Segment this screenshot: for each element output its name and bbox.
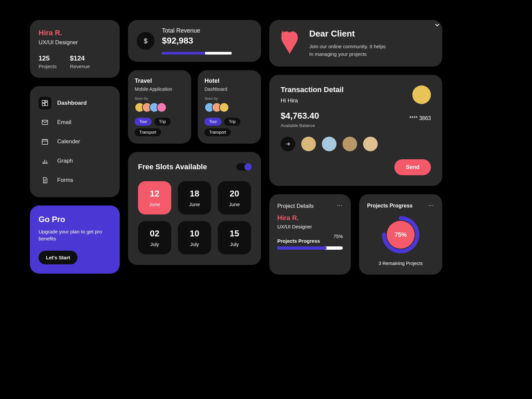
tag-tour[interactable]: Tour xyxy=(204,118,221,126)
transaction-card: Transaction Detail Hi Hira $4,763.40 Ava… xyxy=(269,75,442,186)
progress-ring: 75% xyxy=(381,215,421,255)
avatar xyxy=(157,102,167,112)
tag-trip[interactable]: Trip xyxy=(224,118,240,126)
transaction-amount: $4,763.40 xyxy=(281,111,431,121)
transaction-title: Transaction Detail xyxy=(281,85,431,94)
slot-item[interactable]: 02July xyxy=(138,221,171,254)
progress-bar xyxy=(277,246,343,250)
dollar-icon: $ xyxy=(137,32,155,50)
gopro-cta-button[interactable]: Let's Start xyxy=(39,251,77,264)
more-icon[interactable]: ⋮ xyxy=(336,203,343,209)
contact-avatar[interactable] xyxy=(322,137,336,151)
gopro-title: Go Pro xyxy=(39,215,111,224)
notice-card[interactable]: Dear Client Join our online community. I… xyxy=(269,20,442,66)
revenue-progress xyxy=(162,52,232,55)
profile-name: Hira R. xyxy=(39,29,111,37)
nav-item-dashboard[interactable]: Dashboard xyxy=(36,93,114,113)
nav-card: Dashboard Email Calender Graph Forms xyxy=(30,86,120,197)
nav-item-graph[interactable]: Graph xyxy=(36,151,114,171)
notice-title: Dear Client xyxy=(309,29,434,39)
send-button[interactable]: Send xyxy=(394,159,431,175)
slot-item[interactable]: 12June xyxy=(138,181,171,214)
card-mask: **** 3863 xyxy=(409,115,431,121)
transaction-greeting: Hi Hira xyxy=(281,97,431,104)
tag-transport[interactable]: Transport xyxy=(135,128,161,136)
slot-item[interactable]: 10July xyxy=(178,221,211,254)
mini-card-hotel[interactable]: Hotel Dashboard Seen by Tour Trip Transp… xyxy=(198,70,261,144)
project-details-card: ⋮ Project Details Hira R. UX/UI Designer… xyxy=(269,194,351,275)
slots-toggle[interactable] xyxy=(236,163,251,171)
contact-avatar[interactable] xyxy=(301,137,316,151)
gopro-subtitle: Upgrade your plan to get pro benefits xyxy=(39,228,111,242)
avatar xyxy=(219,102,229,112)
profile-card: Hira R. UX/UI Designer 125 Projects $124… xyxy=(30,20,120,78)
contact-avatar[interactable] xyxy=(363,137,378,151)
seen-avatars xyxy=(135,102,185,112)
nav-item-forms[interactable]: Forms xyxy=(36,171,114,190)
tag-tour[interactable]: Tour xyxy=(135,118,152,126)
mail-icon xyxy=(41,119,49,126)
stat-revenue: $124 Revenue xyxy=(70,55,90,69)
gopro-card: Go Pro Upgrade your plan to get pro bene… xyxy=(30,205,120,274)
slots-title: Free Slots Available xyxy=(138,163,207,171)
user-avatar[interactable] xyxy=(412,85,431,104)
revenue-card: $ Total Revenue $92,983 xyxy=(128,20,261,62)
nav-item-calendar[interactable]: Calender xyxy=(36,132,114,151)
chevron-down-icon[interactable] xyxy=(434,21,441,29)
slots-card: Free Slots Available 12June 18June 20Jun… xyxy=(128,152,261,265)
slot-item[interactable]: 20June xyxy=(218,181,251,214)
project-progress-card: ⋮ Projects Progress 75% 3 Remaining Proj… xyxy=(359,194,442,275)
dashboard-icon xyxy=(41,99,49,107)
transaction-amount-label: Available Balance xyxy=(281,123,431,128)
svg-rect-2 xyxy=(45,102,48,106)
revenue-label: Total Revenue xyxy=(162,27,232,34)
mini-card-travel[interactable]: Travel Mobile Application Seen by Tour T… xyxy=(128,70,191,144)
stat-projects: 125 Projects xyxy=(39,55,57,69)
heart-icon xyxy=(278,29,301,56)
svg-rect-3 xyxy=(42,103,45,106)
tag-trip[interactable]: Trip xyxy=(154,118,170,126)
next-arrow-button[interactable] xyxy=(281,137,295,151)
contact-avatar[interactable] xyxy=(342,137,357,151)
forms-icon xyxy=(41,177,49,184)
profile-role: UX/UI Designer xyxy=(39,39,111,46)
svg-rect-1 xyxy=(45,100,48,102)
revenue-value: $92,983 xyxy=(162,36,232,46)
calendar-icon xyxy=(41,138,49,145)
slot-item[interactable]: 15July xyxy=(218,221,251,254)
nav-item-email[interactable]: Email xyxy=(36,113,114,132)
slot-item[interactable]: 18June xyxy=(178,181,211,214)
svg-rect-5 xyxy=(42,140,48,145)
seen-avatars xyxy=(204,102,254,112)
arrow-right-icon xyxy=(285,141,291,147)
tag-transport[interactable]: Transport xyxy=(204,128,231,136)
svg-rect-0 xyxy=(42,100,45,103)
more-icon[interactable]: ⋮ xyxy=(428,203,434,209)
graph-icon xyxy=(41,157,49,165)
